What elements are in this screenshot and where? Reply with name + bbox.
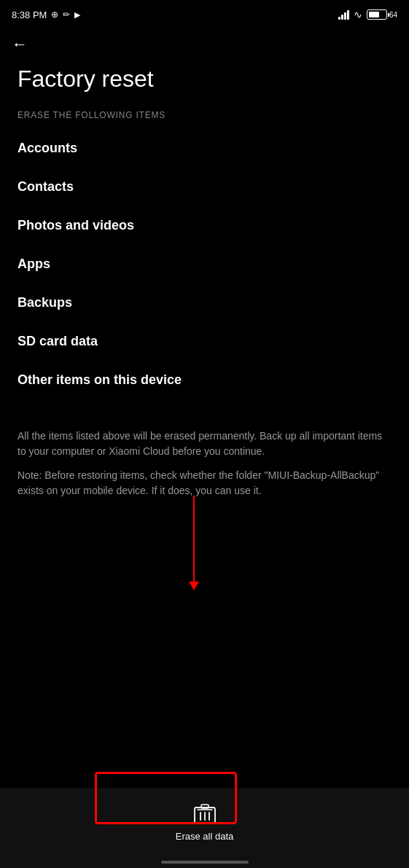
wifi-icon: ∿ [354,9,362,20]
status-bar-right: ∿ 64 [338,9,397,20]
gps-icon: ⊕ [51,9,58,20]
status-bar-left: 8:38 PM ⊕ ✏ ▶ [12,9,80,20]
back-arrow-icon: ← [12,35,28,53]
status-bar: 8:38 PM ⊕ ✏ ▶ ∿ 64 [0,0,409,26]
erase-all-button[interactable]: Erase all data [176,803,234,842]
back-button[interactable]: ← [0,26,409,60]
battery-level: 64 [389,11,397,19]
erase-list-item: Contacts [17,168,392,206]
edit-icon: ✏ [63,9,70,20]
erase-all-label: Erase all data [176,831,234,842]
time-display: 8:38 PM [12,9,47,20]
home-indicator [161,861,249,864]
erase-list-item: Backups [17,284,392,322]
erase-all-icon [193,803,217,826]
bottom-bar: Erase all data [0,788,409,868]
erase-list-item: Photos and videos [17,206,392,245]
erase-items-list: AccountsContactsPhotos and videosAppsBac… [0,129,409,399]
warning-text-1: All the items listed above will be erase… [17,429,392,459]
battery-icon [367,9,387,20]
erase-list-item: Other items on this device [17,361,392,399]
signal-icon [338,9,349,20]
section-label: ERASE THE FOLLOWING ITEMS [0,104,409,129]
youtube-icon: ▶ [74,10,80,20]
warning-text-2: Note: Before restoring items, check whet… [17,468,392,498]
svg-rect-1 [201,805,209,808]
erase-list-item: Accounts [17,129,392,168]
annotation-arrow [193,496,195,583]
erase-list-item: SD card data [17,322,392,361]
warning-section: All the items listed above will be erase… [0,399,409,522]
erase-list-item: Apps [17,245,392,284]
battery-container: 64 [367,9,397,20]
page-title: Factory reset [0,60,409,104]
